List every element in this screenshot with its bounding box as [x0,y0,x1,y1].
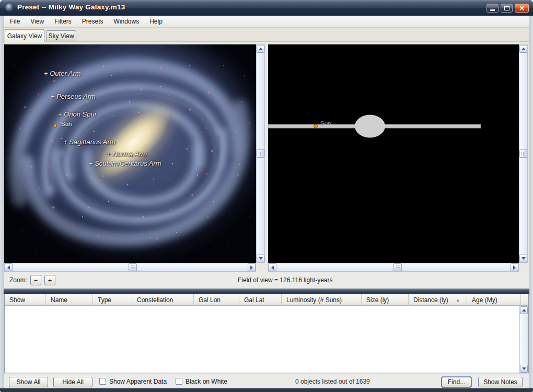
scroll-down-icon [522,257,526,260]
sort-ascending-icon: ▲ [456,297,460,303]
column-gal-lon[interactable]: Gal Lon [194,294,239,306]
edge-vertical-scrollbar[interactable] [519,44,528,263]
window-border-right [529,16,533,388]
scroll-right-button[interactable] [511,263,518,271]
menu-presets[interactable]: Presets [77,16,109,27]
grip-icon [396,266,400,269]
galaxy-view-canvas[interactable]: + Outer Arm + Perseus Arm + Orion Spur S… [4,44,256,263]
menu-windows[interactable]: Windows [109,16,145,27]
find-button[interactable]: Find... [442,377,471,387]
scroll-left-button[interactable] [5,263,13,271]
app-window: Preset -- Milky Way Galaxy.m13 File View… [0,0,533,392]
column-size[interactable]: Size (ly) [362,294,409,306]
table-body[interactable] [5,306,528,373]
scroll-down-button[interactable] [519,255,527,262]
scroll-thumb[interactable] [257,149,264,158]
scroll-down-icon [522,367,526,370]
close-button[interactable] [515,4,529,13]
scroll-thumb[interactable] [393,263,402,271]
column-stub [521,294,528,306]
field-of-view-text: Field of view = 126.116 light-years [238,276,333,284]
zoom-out-button[interactable]: − [30,275,41,285]
edge-horizontal-scrollbar[interactable] [268,263,519,272]
menu-help[interactable]: Help [144,16,168,27]
minimize-icon [490,9,495,11]
zoom-label: Zoom: [9,276,27,284]
show-notes-button[interactable]: Show Notes [478,377,523,387]
object-table: Show Name Type Constellation Gal Lon Gal… [4,294,529,373]
galaxy-label-sagittarius-arm: + Sagittarius Arm [63,138,115,146]
menu-view[interactable]: View [25,16,49,27]
horizontal-splitter[interactable] [4,289,529,294]
tab-galaxy-view-label: Galaxy View [7,32,42,40]
column-type[interactable]: Type [93,294,132,306]
tab-galaxy-view[interactable]: Galaxy View [5,29,44,42]
scroll-up-button[interactable] [520,306,528,314]
app-icon [5,3,14,12]
tab-strip: Galaxy View Sky View [4,28,529,42]
maximize-button[interactable] [501,4,513,13]
scroll-up-button[interactable] [519,45,527,53]
scroll-left-button[interactable] [269,263,276,271]
galaxy-label-norma-arm: + Norma Arm [107,150,147,158]
galaxy-vertical-scrollbar[interactable] [256,44,265,263]
scroll-up-button[interactable] [257,45,264,53]
scroll-up-icon [259,48,263,50]
scroll-left-icon [7,266,10,270]
scroll-up-icon [522,48,526,50]
scroll-right-icon [513,266,516,270]
object-count-status: 0 objects listed out of 1639 [295,378,370,385]
scroll-up-icon [522,309,526,312]
tab-sky-view-label: Sky View [48,32,74,40]
hide-all-button[interactable]: Hide All [53,377,92,387]
column-show[interactable]: Show [5,294,46,306]
show-apparent-data-label[interactable]: Show Apparent Data [109,378,167,385]
window-border-left [0,16,4,388]
galactic-bulge-edge [355,115,385,138]
window-controls [486,4,529,13]
show-all-button[interactable]: Show All [9,377,48,387]
grip-icon [131,266,135,269]
footer-bar: Show All Hide All Show Apparent Data Bla… [4,373,529,388]
galaxy-horizontal-scrollbar[interactable] [4,263,256,272]
titlebar[interactable]: Preset -- Milky Way Galaxy.m13 [0,0,533,16]
column-distance[interactable]: Distance (ly)▲ [409,294,467,306]
sun-label: Sun [61,121,72,127]
column-age[interactable]: Age (My) [467,294,521,306]
black-on-white-label[interactable]: Black on White [186,378,227,385]
menu-filters[interactable]: Filters [49,16,77,27]
zoom-in-button[interactable]: + [44,275,55,285]
column-luminosity[interactable]: Luminosity (# Suns) [282,294,362,306]
minimize-button[interactable] [486,4,499,13]
sky-edge-canvas[interactable]: Sun [268,44,519,263]
show-apparent-data-checkbox[interactable] [99,378,106,385]
scroll-thumb[interactable] [519,149,527,158]
scroll-right-button[interactable] [248,263,256,271]
tab-sky-view[interactable]: Sky View [46,30,76,41]
close-icon [519,5,525,11]
scroll-right-icon [250,266,253,270]
galaxy-label-perseus-arm: + Perseus Arm [51,93,96,100]
table-vertical-scrollbar[interactable] [519,306,528,373]
grip-icon [522,152,525,156]
sun-label-edge: Sun [320,120,331,126]
window-border-bottom [0,388,533,392]
scroll-thumb[interactable] [129,263,137,271]
galaxy-label-outer-arm: + Outer Arm [44,70,81,77]
galaxy-label-orion-spur: + Orion Spur [58,110,97,118]
window-title: Preset -- Milky Way Galaxy.m13 [17,3,125,11]
menu-bar: File View Filters Presets Windows Help [4,16,529,28]
menu-file[interactable]: File [5,16,25,27]
scroll-down-button[interactable] [257,255,264,262]
galaxy-label-scutum-centarus-arm: + Scutum/Centarus Arm [89,159,161,167]
grip-icon [259,152,262,156]
scroll-down-button[interactable] [520,365,528,373]
scroll-down-icon [259,257,263,260]
sun-marker [53,124,57,128]
black-on-white-checkbox[interactable] [176,378,182,385]
sun-marker-edge [314,124,318,128]
zoom-bar: Zoom: − + Field of view = 126.116 light-… [4,272,529,289]
column-constellation[interactable]: Constellation [132,294,194,306]
column-name[interactable]: Name [46,294,93,306]
column-gal-lat[interactable]: Gal Lat [239,294,282,306]
